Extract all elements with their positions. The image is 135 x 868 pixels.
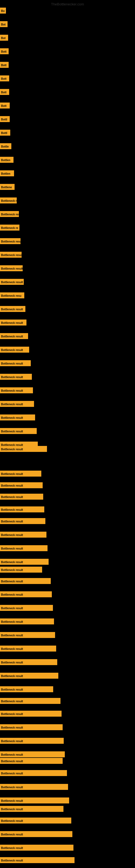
- bar-item: Bottleneck result: [0, 506, 44, 514]
- bar-item: Bottlen: [0, 170, 14, 177]
- bar-label: Bottleneck result: [0, 428, 37, 434]
- bar-item: Bottl: [0, 130, 10, 137]
- bar-label: Bottleneck result: [0, 711, 61, 717]
- bar-item: Bottlene: [0, 184, 14, 191]
- bar-label: Bottleneck result: [0, 506, 44, 513]
- bar-item: Bottleneck result: [0, 711, 61, 718]
- bar-item: Bottleneck result: [0, 758, 63, 765]
- bar-label: Bottleneck result: [0, 252, 21, 258]
- bar-item: Bottleneck result: [0, 401, 34, 408]
- bar-label: Bot: [0, 21, 8, 27]
- bar-label: Bottleneck result: [0, 306, 26, 312]
- bar-label: Bottleneck resu: [0, 211, 19, 217]
- bar-label: Bottleneck result: [0, 605, 53, 611]
- bar-label: Bottleneck result: [0, 333, 28, 339]
- bar-item: Bottleneck result: [0, 770, 67, 777]
- bar-label: Bottleneck result: [0, 360, 31, 366]
- bar-item: Bott: [0, 48, 9, 55]
- bar-label: Bottleneck result: [0, 347, 29, 352]
- bar-label: Bottleneck result: [0, 518, 45, 524]
- bar-item: Bottleneck result: [0, 798, 69, 805]
- bar-item: Bottleneck result: [0, 784, 68, 791]
- bar-label: Bottleneck result: [0, 414, 35, 421]
- bar-label: Bottleneck result: [0, 698, 60, 704]
- bar-label: Bottleneck result: [0, 591, 52, 597]
- bar-item: Bottleneck result: [0, 518, 45, 525]
- bar-label: Bottleneck result: [0, 806, 63, 812]
- bar-item: Bottleneck result: [0, 482, 43, 489]
- bar-label: Bottleneck result: [0, 532, 46, 538]
- bar-item: Bottl: [0, 116, 10, 123]
- bar-label: Bottleneck result: [0, 738, 64, 744]
- bar-label: Bottleneck result: [0, 401, 34, 407]
- bar-item: Bottleneck result: [0, 686, 53, 693]
- bar-item: Bottleneck result: [0, 646, 56, 653]
- bar-label: Bottlen: [0, 170, 14, 176]
- bar-label: Bottleneck result: [0, 471, 41, 476]
- bar-item: Bottleneck result: [0, 306, 26, 313]
- bar-label: Bottleneck result: [0, 724, 63, 730]
- bar-label: Bottleneck result: [0, 659, 57, 665]
- bar-item: Bottleneck resu: [0, 292, 24, 300]
- bar-item: Bottleneck result: [0, 751, 65, 758]
- bar-item: Bottleneck result: [0, 347, 29, 354]
- bar-item: Bottlen: [0, 157, 13, 164]
- bar-item: Bott: [0, 62, 9, 69]
- bar-label: Bottleneck result: [0, 319, 27, 326]
- bar-label: Bott: [0, 62, 9, 68]
- bar-label: Bottle: [0, 143, 11, 149]
- bar-item: Bottleneck result: [0, 414, 35, 422]
- bar-label: Bottleneck r: [0, 197, 17, 204]
- bar-label: Bottleneck result: [0, 374, 32, 380]
- bar-label: Bo: [0, 8, 6, 13]
- bar-item: Bottleneck result: [0, 333, 28, 340]
- bar-label: Bott: [0, 102, 10, 108]
- bar-label: Bottleneck result: [0, 632, 55, 638]
- bar-item: Bott: [0, 102, 10, 110]
- bar-item: Bo: [0, 8, 6, 14]
- bar-label: Bottleneck result: [0, 446, 47, 452]
- bar-item: Bottleneck result: [0, 857, 75, 864]
- bar-item: Bott: [0, 89, 9, 96]
- bar-label: Bottleneck result: [0, 686, 53, 692]
- bar-item: Bottleneck result: [0, 559, 49, 566]
- bar-item: Bottleneck result: [0, 831, 72, 838]
- bar-label: Bottleneck result: [0, 831, 72, 837]
- bar-item: Bottleneck result: [0, 673, 58, 680]
- bar-label: Bottleneck result: [0, 238, 20, 244]
- bar-item: Bottleneck result: [0, 252, 21, 259]
- bar-label: Bottl: [0, 130, 10, 135]
- bar-label: Bott: [0, 89, 9, 95]
- bar-label: Bottlene: [0, 184, 14, 190]
- bar-item: Bottleneck result: [0, 724, 63, 731]
- bar-item: Bottleneck result: [0, 360, 31, 367]
- bar-item: Bottleneck result: [0, 591, 52, 598]
- bar-label: Bottleneck result: [0, 279, 24, 285]
- bar-label: Bott: [0, 75, 9, 82]
- bar-item: Bottleneck result: [0, 471, 41, 478]
- bar-item: Bottleneck result: [0, 845, 74, 852]
- bar-label: Bottleneck result: [0, 567, 42, 572]
- bar-label: Bott: [0, 48, 9, 54]
- site-title: TheBottlenecker.com: [51, 2, 84, 6]
- bar-item: Bottleneck result: [0, 545, 48, 552]
- bar-item: Bottleneck result: [0, 265, 23, 272]
- bar-label: Bottleneck result: [0, 494, 43, 500]
- bar-label: Bottleneck result: [0, 758, 63, 764]
- bar-label: Bottleneck result: [0, 559, 49, 565]
- bar-item: Bottleneck re: [0, 225, 19, 231]
- bar-label: Bottleneck result: [0, 545, 48, 551]
- bar-item: Bottleneck result: [0, 532, 46, 539]
- bar-item: Bott: [0, 75, 9, 83]
- bar-label: Bottleneck result: [0, 646, 56, 652]
- bar-label: Bottleneck result: [0, 751, 65, 757]
- bar-label: Bottleneck result: [0, 673, 58, 679]
- bar-label: Bottleneck result: [0, 845, 74, 850]
- bar-item: Bot: [0, 21, 8, 28]
- bar-label: Bot: [0, 35, 8, 41]
- bar-label: Bottleneck result: [0, 817, 71, 824]
- bar-item: Bottle: [0, 143, 11, 150]
- bar-item: Bottleneck resu: [0, 211, 19, 218]
- bar-item: Bottleneck result: [0, 618, 54, 625]
- bar-label: Bottleneck result: [0, 578, 51, 584]
